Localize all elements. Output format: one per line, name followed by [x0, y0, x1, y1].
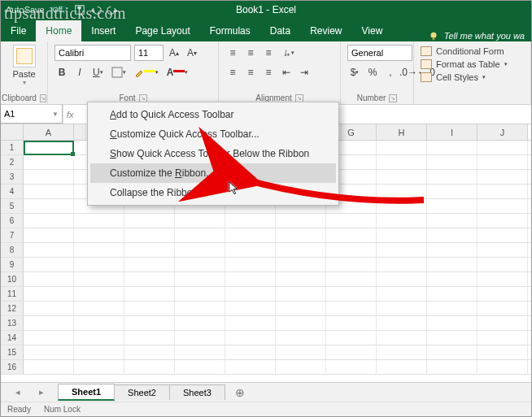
cell-styles-button[interactable]: Cell Styles ▾ — [421, 71, 524, 84]
row-header[interactable]: 14 — [1, 331, 24, 345]
column-header[interactable]: I — [427, 124, 477, 140]
redo-icon[interactable] — [107, 4, 118, 15]
cell[interactable] — [124, 243, 175, 257]
cell[interactable] — [74, 331, 124, 345]
cell[interactable] — [477, 272, 528, 286]
cell[interactable] — [477, 345, 528, 359]
tell-me-search[interactable]: Tell me what you wa — [421, 30, 531, 41]
row-header[interactable]: 7 — [1, 228, 24, 242]
row-header[interactable]: 4 — [1, 185, 24, 198]
menu-show-qat-below[interactable]: Show Quick Access Toolbar Below the Ribb… — [90, 144, 336, 163]
cell[interactable] — [427, 214, 477, 228]
cell[interactable] — [124, 272, 175, 286]
cell[interactable] — [427, 272, 477, 286]
row-header[interactable]: 3 — [1, 170, 24, 184]
font-name-combo[interactable] — [55, 45, 131, 61]
cell[interactable] — [24, 170, 74, 184]
cell[interactable] — [477, 170, 528, 184]
cell[interactable] — [377, 185, 427, 198]
row-header[interactable]: 9 — [1, 258, 24, 271]
cell[interactable] — [124, 302, 175, 315]
cell[interactable] — [377, 287, 427, 301]
row-header[interactable]: 5 — [1, 199, 24, 213]
align-bottom-button[interactable]: ≡ — [261, 45, 276, 61]
cell[interactable] — [276, 228, 326, 242]
cell[interactable] — [326, 214, 377, 228]
cell[interactable] — [24, 228, 74, 242]
column-header[interactable]: A — [24, 124, 74, 140]
cell[interactable] — [175, 316, 225, 330]
menu-add-to-qat[interactable]: Add to Quick Access Toolbar — [90, 105, 336, 124]
cell[interactable] — [24, 155, 74, 169]
decrease-indent-button[interactable]: ⇤ — [279, 64, 294, 80]
cell[interactable] — [477, 155, 528, 169]
align-middle-button[interactable]: ≡ — [243, 45, 258, 61]
cell[interactable] — [427, 258, 477, 271]
cell[interactable] — [175, 360, 225, 374]
cell[interactable] — [74, 287, 124, 301]
cell[interactable] — [124, 228, 175, 242]
sheet-tab-3[interactable]: Sheet3 — [169, 384, 225, 400]
tab-review[interactable]: Review — [300, 20, 351, 41]
cell[interactable] — [24, 243, 74, 257]
italic-button[interactable]: I — [72, 64, 87, 80]
cell[interactable] — [74, 272, 124, 286]
cell[interactable] — [427, 141, 477, 154]
cell[interactable] — [24, 360, 74, 374]
currency-button[interactable]: $▾ — [347, 64, 362, 80]
cell[interactable] — [427, 287, 477, 301]
cell[interactable] — [377, 316, 427, 330]
cell[interactable] — [477, 258, 528, 271]
cell[interactable] — [225, 302, 276, 315]
row-header[interactable]: 13 — [1, 316, 24, 330]
cell[interactable] — [225, 272, 276, 286]
cell[interactable] — [477, 316, 528, 330]
tab-view[interactable]: View — [352, 20, 393, 41]
sheet-tab-2[interactable]: Sheet2 — [114, 384, 170, 400]
cell[interactable] — [377, 331, 427, 345]
align-top-button[interactable]: ≡ — [225, 45, 240, 61]
row-header[interactable]: 11 — [1, 287, 24, 301]
font-launcher[interactable]: ↘ — [139, 94, 147, 102]
cell[interactable] — [477, 243, 528, 257]
cell[interactable] — [175, 287, 225, 301]
cell[interactable] — [427, 331, 477, 345]
row-header[interactable]: 10 — [1, 272, 24, 286]
row-header[interactable]: 1 — [1, 141, 24, 154]
cell[interactable] — [124, 214, 175, 228]
cell[interactable] — [74, 302, 124, 315]
cell[interactable] — [24, 258, 74, 271]
cell[interactable] — [24, 272, 74, 286]
cell[interactable] — [276, 214, 326, 228]
cell[interactable] — [427, 155, 477, 169]
increase-font-button[interactable]: A▴ — [167, 45, 181, 61]
row-header[interactable]: 16 — [1, 360, 24, 374]
cell[interactable] — [225, 243, 276, 257]
cell[interactable] — [124, 360, 175, 374]
cell[interactable] — [225, 331, 276, 345]
sheet-tab-1[interactable]: Sheet1 — [58, 384, 115, 401]
cell[interactable] — [427, 316, 477, 330]
cell[interactable] — [175, 228, 225, 242]
decrease-font-button[interactable]: A▾ — [185, 45, 199, 61]
cell[interactable] — [377, 155, 427, 169]
align-center-button[interactable]: ≡ — [243, 64, 258, 80]
cell[interactable] — [24, 214, 74, 228]
cell[interactable] — [326, 331, 377, 345]
menu-collapse-ribbon[interactable]: Collapse the Ribbon — [90, 183, 336, 202]
cell[interactable] — [427, 228, 477, 242]
cell[interactable] — [24, 199, 74, 213]
sheet-nav[interactable]: ◂▸ — [1, 387, 58, 397]
cell[interactable] — [24, 345, 74, 359]
underline-button[interactable]: U ▾ — [90, 64, 106, 80]
cell[interactable] — [24, 287, 74, 301]
cell[interactable] — [427, 345, 477, 359]
column-header[interactable]: J — [477, 124, 528, 140]
cell[interactable] — [377, 228, 427, 242]
tab-page-layout[interactable]: Page Layout — [125, 20, 199, 41]
format-as-table-button[interactable]: Format as Table ▾ — [421, 58, 524, 71]
cell[interactable] — [276, 258, 326, 271]
row-header[interactable]: 8 — [1, 243, 24, 257]
cell[interactable] — [377, 243, 427, 257]
cell[interactable] — [124, 331, 175, 345]
